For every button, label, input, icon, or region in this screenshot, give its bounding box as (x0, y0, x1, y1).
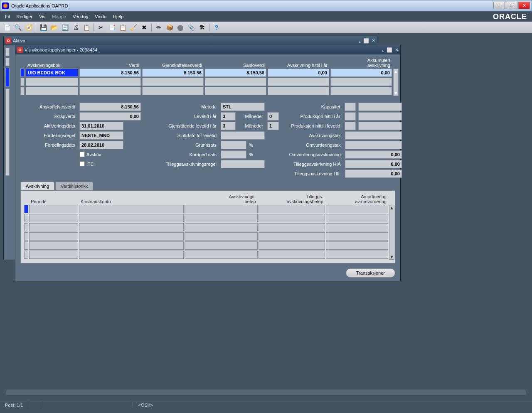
cell-saldo[interactable]: 8.150,56 (205, 69, 266, 77)
tab-avskrivning[interactable]: Avskrivning (20, 182, 54, 190)
korr-field[interactable] (221, 150, 246, 159)
skrap-field[interactable]: 0,00 (79, 112, 141, 120)
row-handle[interactable] (20, 87, 25, 95)
aktdato-field[interactable]: 31.01.2010 (79, 122, 123, 130)
delete-icon[interactable]: ✖ (140, 24, 148, 31)
record-handle-active[interactable] (5, 68, 10, 87)
record-handle[interactable] (5, 48, 10, 56)
levetid-aar-field[interactable]: 3 (221, 112, 236, 120)
cell-avskr[interactable]: 0,00 (268, 69, 329, 77)
cell-bok[interactable]: UIO BEDOK BOK (26, 69, 78, 77)
avskriv-checkbox[interactable]: ✓Avskriv (79, 152, 101, 157)
form-left: Anskaffelsesverdi8.150,56 Skrapverdi0,00… (20, 102, 141, 178)
translate-icon[interactable]: 📦 (166, 24, 173, 31)
close-form-icon[interactable]: 📋 (83, 24, 90, 31)
minimize-icon[interactable]: ⌞ (359, 38, 361, 44)
ansk-field[interactable]: 8.150,56 (79, 103, 141, 111)
metode-field[interactable]: STL (221, 103, 265, 111)
menu-mappe[interactable]: Mappe (49, 13, 69, 20)
omtak-field[interactable] (345, 141, 402, 149)
tbl-row[interactable] (24, 232, 388, 241)
find-icon[interactable]: 🔍 (14, 24, 22, 31)
record-handle[interactable] (5, 88, 10, 176)
tbl-row[interactable] (24, 223, 388, 231)
cell-verdi[interactable]: 8.150,56 (79, 69, 141, 77)
scroll-down-icon[interactable]: ▼ (389, 254, 394, 259)
tab-verdihistorikk[interactable]: Verdihistorikk (55, 182, 93, 190)
okonomi-titlebar[interactable]: O Vis økonomiopplysninger - 2098434 ⌞ ⬜ … (15, 45, 400, 54)
menu-hjelp[interactable]: Hjelp (111, 13, 126, 20)
transaksjoner-button[interactable]: Transaksjoner (346, 268, 395, 278)
close-icon[interactable]: ✕ (395, 47, 399, 53)
help-icon[interactable]: ? (213, 24, 220, 31)
menu-vis[interactable]: Vis (37, 13, 48, 20)
next-icon[interactable]: 📂 (50, 24, 58, 31)
attach-off-icon[interactable]: ⬤ (177, 24, 184, 31)
prodlev-field-1[interactable] (345, 122, 356, 130)
nav-icon[interactable]: 🧭 (25, 24, 32, 31)
grid-row[interactable]: UIO BEDOK BOK 8.150,56 8.150,56 8.150,56… (20, 69, 392, 77)
record-handle[interactable] (5, 58, 10, 66)
scroll-up-icon[interactable]: ▲ (389, 205, 394, 210)
row-handle[interactable] (20, 69, 25, 77)
minimize-icon[interactable]: ⌞ (382, 47, 384, 53)
maneder-label-2: Måneder (238, 123, 265, 128)
itc-checkbox[interactable]: ITC (79, 161, 94, 167)
tilhil-field[interactable]: 0,00 (345, 170, 402, 178)
cell-akk[interactable]: 0,00 (330, 69, 392, 77)
restore-icon[interactable]: ⬜ (363, 38, 369, 44)
tbl-row[interactable] (24, 214, 388, 222)
tbl-row[interactable] (24, 251, 388, 259)
grid-row-empty[interactable] (20, 78, 392, 86)
grunn-field[interactable] (221, 141, 246, 149)
tbl-scrollbar[interactable]: ▲ ▼ (389, 205, 394, 260)
close-button[interactable]: ✕ (518, 2, 530, 9)
copy-icon[interactable]: 📑 (108, 24, 116, 31)
tbl-row[interactable] (24, 205, 388, 213)
levetid-label: Levetid i år (145, 114, 218, 119)
clear-icon[interactable]: 🧹 (130, 24, 137, 31)
print-icon[interactable]: 🖨 (72, 24, 79, 31)
prodaar-field-2[interactable] (358, 112, 402, 120)
menu-fil[interactable]: Fil (2, 13, 12, 20)
scroll-down-icon[interactable]: ▼ (394, 91, 398, 96)
status-osk: <OSK> (133, 403, 158, 408)
slutt-field[interactable] (221, 131, 265, 140)
paste-icon[interactable]: 📋 (119, 24, 126, 31)
kap-field-2[interactable] (358, 103, 402, 111)
cell-gjen[interactable]: 8.150,56 (142, 69, 204, 77)
aktiva-titlebar[interactable]: O Aktiva ⌞ ⬜ ✕ (4, 36, 377, 45)
prodlev-field-2[interactable] (358, 122, 402, 130)
tbl-row[interactable] (24, 241, 388, 250)
gjen-aar-field[interactable]: 3 (221, 122, 236, 130)
edit-icon[interactable]: ✏ (155, 24, 163, 31)
menu-rediger[interactable]: Rediger (14, 13, 35, 20)
save-icon[interactable]: 💾 (39, 24, 47, 31)
tillegg-field[interactable] (221, 160, 265, 168)
omav-field[interactable]: 0,00 (345, 150, 402, 159)
new-icon[interactable]: 📄 (3, 24, 11, 31)
restore-icon[interactable]: ⬜ (387, 47, 392, 53)
kap-field-1[interactable] (345, 103, 356, 111)
fdato-field[interactable]: 28.02.2010 (79, 141, 123, 149)
grid-row-empty[interactable] (20, 87, 392, 95)
fregel-field[interactable]: NESTE_MND (79, 131, 123, 140)
folder-icon[interactable]: 🛠 (198, 24, 206, 31)
cut-icon[interactable]: ✂ (97, 24, 105, 31)
menu-verktoy[interactable]: Verktøy (70, 13, 91, 20)
close-icon[interactable]: ✕ (372, 38, 375, 44)
tilhia-field[interactable]: 0,00 (345, 160, 402, 168)
levetid-mnd-field[interactable]: 0 (267, 112, 279, 120)
prodaar-field-1[interactable] (345, 112, 356, 120)
minimize-button[interactable]: — (493, 2, 505, 9)
prodlev-label: Produksjon hittil i levetid (283, 123, 342, 128)
attach-icon[interactable]: 📎 (187, 24, 195, 31)
maximize-button[interactable]: ☐ (506, 2, 517, 9)
menu-vindu[interactable]: Vindu (92, 13, 109, 20)
grid-scrollbar[interactable]: ▲ ▼ (393, 69, 399, 96)
scroll-up-icon[interactable]: ▲ (394, 69, 398, 74)
gjen-mnd-field[interactable]: 1 (267, 122, 279, 130)
switch-icon[interactable]: 🔄 (61, 24, 69, 31)
avtak-field[interactable] (345, 131, 402, 140)
row-handle[interactable] (20, 78, 25, 86)
